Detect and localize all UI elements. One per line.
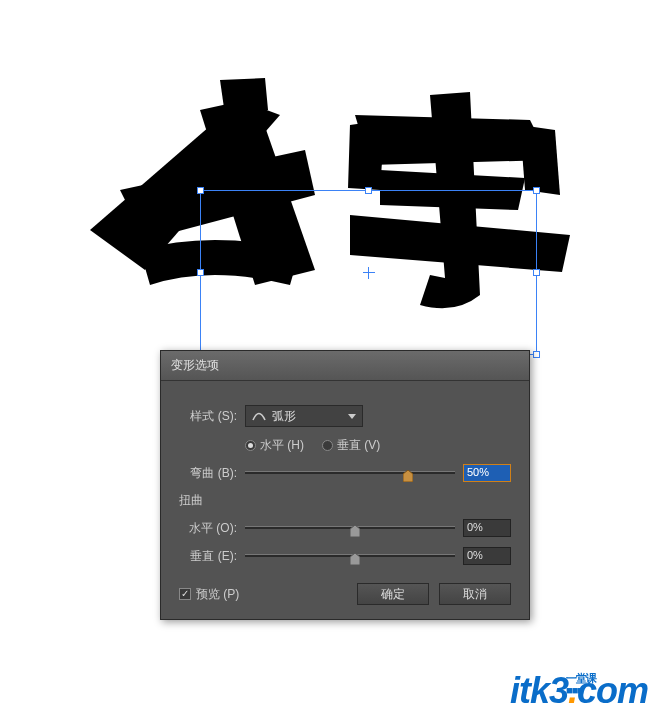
bend-row: 弯曲 (B): 50% bbox=[179, 464, 511, 482]
bend-slider[interactable] bbox=[245, 464, 455, 482]
radio-vertical[interactable]: 垂直 (V) bbox=[322, 437, 380, 454]
slider-thumb-icon[interactable] bbox=[350, 553, 360, 565]
preview-label: 预览 (P) bbox=[196, 586, 239, 603]
distort-section-label: 扭曲 bbox=[179, 492, 511, 509]
radio-vertical-label: 垂直 (V) bbox=[337, 437, 380, 454]
bend-label: 弯曲 (B): bbox=[179, 465, 237, 482]
h-distort-label: 水平 (O): bbox=[179, 520, 237, 537]
resize-handle-top-right[interactable] bbox=[533, 187, 540, 194]
center-point-icon[interactable] bbox=[365, 269, 373, 277]
selection-bounding-box[interactable] bbox=[200, 190, 537, 355]
radio-dot-icon bbox=[245, 440, 256, 451]
style-value: 弧形 bbox=[272, 408, 344, 425]
resize-handle-top-left[interactable] bbox=[197, 187, 204, 194]
v-distort-slider[interactable] bbox=[245, 547, 455, 565]
check-icon: ✓ bbox=[179, 588, 191, 600]
dialog-button-row: ✓ 预览 (P) 确定 取消 bbox=[179, 583, 511, 605]
arc-icon bbox=[252, 411, 266, 421]
preview-checkbox[interactable]: ✓ 预览 (P) bbox=[179, 586, 239, 603]
cancel-button[interactable]: 取消 bbox=[439, 583, 511, 605]
style-label: 样式 (S): bbox=[179, 408, 237, 425]
resize-handle-middle-right[interactable] bbox=[533, 269, 540, 276]
style-dropdown[interactable]: 弧形 bbox=[245, 405, 363, 427]
watermark-tag: 一堂课■■■ bbox=[566, 672, 596, 696]
style-row: 样式 (S): 弧形 bbox=[179, 405, 511, 427]
h-distort-value-input[interactable]: 0% bbox=[463, 519, 511, 537]
resize-handle-top-middle[interactable] bbox=[365, 187, 372, 194]
chevron-down-icon bbox=[348, 414, 356, 419]
v-distort-row: 垂直 (E): 0% bbox=[179, 547, 511, 565]
radio-dot-icon bbox=[322, 440, 333, 451]
ok-button[interactable]: 确定 bbox=[357, 583, 429, 605]
orientation-radios: 水平 (H) 垂直 (V) bbox=[245, 437, 511, 454]
canvas-area bbox=[50, 60, 620, 330]
dialog-title[interactable]: 变形选项 bbox=[161, 351, 529, 381]
h-distort-slider[interactable] bbox=[245, 519, 455, 537]
radio-horizontal[interactable]: 水平 (H) bbox=[245, 437, 304, 454]
resize-handle-middle-left[interactable] bbox=[197, 269, 204, 276]
h-distort-row: 水平 (O): 0% bbox=[179, 519, 511, 537]
resize-handle-bottom-right[interactable] bbox=[533, 351, 540, 358]
watermark-brand: itk3 bbox=[510, 670, 568, 711]
dialog-body: 样式 (S): 弧形 水平 (H) 垂直 (V) 弯曲 (B): bbox=[161, 381, 529, 619]
v-distort-value-input[interactable]: 0% bbox=[463, 547, 511, 565]
bend-value-input[interactable]: 50% bbox=[463, 464, 511, 482]
radio-horizontal-label: 水平 (H) bbox=[260, 437, 304, 454]
slider-thumb-icon[interactable] bbox=[350, 525, 360, 537]
watermark: 一堂课■■■ itk3.com bbox=[510, 670, 648, 712]
slider-thumb-icon[interactable] bbox=[403, 470, 413, 482]
v-distort-label: 垂直 (E): bbox=[179, 548, 237, 565]
warp-options-dialog: 变形选项 样式 (S): 弧形 水平 (H) 垂直 (V) 弯曲 (B): bbox=[160, 350, 530, 620]
